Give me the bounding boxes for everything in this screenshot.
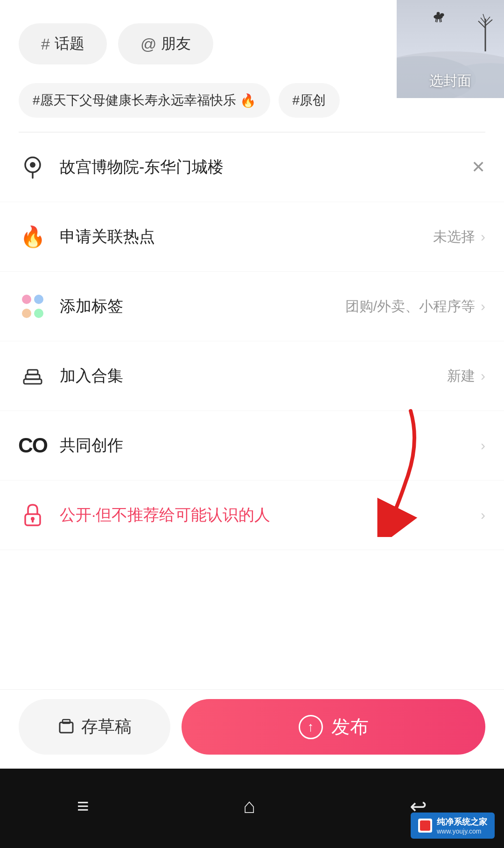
- co-create-label: 共同创作: [60, 435, 481, 456]
- co-create-row[interactable]: CO 共同创作 ›: [0, 411, 504, 481]
- privacy-row[interactable]: 公开·但不推荐给可能认识的人 ›: [0, 481, 504, 550]
- mention-label: 朋友: [161, 34, 191, 54]
- tags-value: 团购/外卖、小程序等: [345, 297, 475, 316]
- tags-label: 添加标签: [60, 296, 345, 317]
- menu-section: 故宫博物院-东华门城楼 ✕ 🔥 申请关联热点 未选择 › 添加标签 团购/外卖、…: [0, 133, 504, 550]
- co-icon-wrapper: CO: [19, 431, 47, 459]
- cover-image[interactable]: 选封面: [397, 0, 504, 98]
- tags-row[interactable]: 添加标签 团购/外卖、小程序等 ›: [0, 272, 504, 341]
- fire-icon-wrapper: 🔥: [19, 223, 47, 251]
- at-symbol: @: [140, 35, 157, 53]
- draft-icon: [58, 719, 75, 735]
- tags-chevron-icon: ›: [481, 298, 485, 314]
- watermark-logo: [418, 819, 432, 833]
- location-label: 故宫博物院-东华门城楼: [60, 156, 471, 178]
- watermark-badge: 纯净系统之家 www.youjy.com: [411, 813, 495, 839]
- tags-icon-wrapper: [19, 292, 47, 320]
- publish-up-icon: ↑: [299, 715, 323, 739]
- draft-button[interactable]: 存草稿: [19, 699, 170, 755]
- hot-topic-label: 申请关联热点: [60, 226, 433, 247]
- location-icon-wrapper: [19, 153, 47, 181]
- watermark-text: 纯净系统之家 www.youjy.com: [437, 816, 487, 835]
- hashtag-text-1: #愿天下父母健康长寿永远幸福快乐: [33, 92, 236, 109]
- hashtag-pill-1[interactable]: #愿天下父母健康长寿永远幸福快乐 🔥: [19, 83, 270, 118]
- tags-dots-icon: [20, 294, 45, 319]
- co-icon: CO: [18, 434, 47, 457]
- svg-rect-27: [32, 520, 34, 523]
- android-nav-bar: ≡ ⌂ ↩ 纯净系统之家 www.youjy.com: [0, 769, 504, 848]
- hashtag-text-2: #原创: [293, 92, 326, 109]
- hot-topic-row[interactable]: 🔥 申请关联热点 未选择 ›: [0, 202, 504, 272]
- svg-rect-18: [437, 15, 439, 17]
- collection-chevron-icon: ›: [481, 368, 485, 384]
- collection-value: 新建: [447, 367, 475, 386]
- svg-rect-12: [440, 14, 442, 17]
- svg-rect-29: [63, 720, 70, 723]
- location-close-icon[interactable]: ✕: [471, 157, 485, 177]
- publish-button[interactable]: ↑ 发布: [182, 699, 485, 755]
- collection-row[interactable]: 加入合集 新建 ›: [0, 341, 504, 411]
- hash-symbol: #: [41, 35, 50, 53]
- hashtag-label: 话题: [55, 34, 84, 54]
- nav-home-icon[interactable]: ⌂: [243, 794, 256, 818]
- collection-label: 加入合集: [60, 365, 447, 387]
- top-buttons-area: # 话题 @ 朋友: [0, 0, 387, 78]
- svg-point-20: [30, 162, 35, 168]
- stack-icon: [21, 365, 44, 387]
- watermark-logo-inner: [420, 820, 430, 831]
- collection-icon-wrapper: [19, 362, 47, 390]
- cover-label[interactable]: 选封面: [429, 71, 471, 91]
- svg-rect-24: [28, 370, 38, 375]
- draft-label: 存草稿: [81, 715, 132, 738]
- lock-icon-wrapper: [19, 501, 47, 529]
- co-create-chevron-icon: ›: [481, 438, 485, 453]
- location-row[interactable]: 故宫博物院-东华门城楼 ✕: [0, 133, 504, 202]
- hashtag-pill-2[interactable]: #原创: [279, 83, 340, 118]
- svg-rect-28: [60, 722, 73, 733]
- bottom-action-bar: 存草稿 ↑ 发布: [0, 689, 504, 764]
- privacy-label: 公开·但不推荐给可能认识的人: [60, 504, 481, 526]
- location-icon: [22, 155, 43, 179]
- publish-label: 发布: [331, 714, 369, 740]
- fire-emoji-1: 🔥: [240, 93, 256, 108]
- hashtag-button[interactable]: # 话题: [19, 23, 107, 64]
- mention-button[interactable]: @ 朋友: [118, 23, 214, 64]
- hot-topic-chevron-icon: ›: [481, 229, 485, 245]
- hot-topic-value: 未选择: [433, 227, 475, 247]
- fire-icon: 🔥: [20, 225, 46, 249]
- svg-point-17: [437, 12, 440, 15]
- nav-menu-icon[interactable]: ≡: [77, 794, 89, 818]
- lock-red-icon: [22, 503, 43, 527]
- privacy-chevron-icon: ›: [481, 507, 485, 523]
